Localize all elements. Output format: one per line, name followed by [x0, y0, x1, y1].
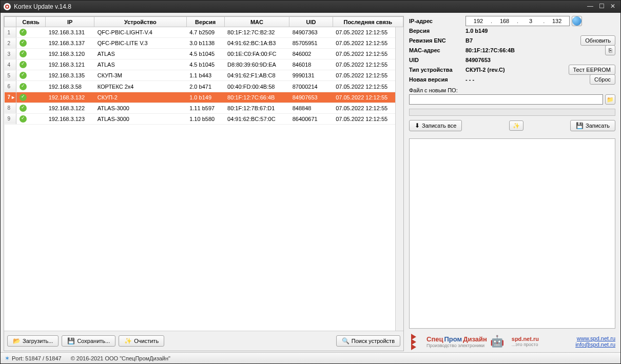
row-number: 6	[5, 81, 16, 92]
close-button[interactable]: ✕	[608, 3, 617, 10]
write-all-button[interactable]: ⬇Записать все	[409, 120, 462, 131]
table-row[interactable]: 4192.168.3.121ATLAS4.5 b1045D8:80:39:60:…	[5, 59, 403, 70]
online-icon	[20, 29, 27, 36]
col-version[interactable]: Версия	[186, 17, 224, 27]
minimize-button[interactable]: —	[586, 3, 595, 10]
label-type: Тип устройства	[409, 67, 465, 73]
reset-button[interactable]: Сброс	[590, 74, 615, 85]
search-icon: 🔍	[342, 337, 350, 345]
table-row[interactable]: 5192.168.3.135СКУП-3М1.1 b44304:91:62:F1…	[5, 70, 403, 81]
val-version: 1.0 b149	[465, 28, 615, 34]
load-button[interactable]: 📂Загрузить...	[7, 335, 59, 347]
device-table[interactable]: Связь IP Устройство Версия MAC UID После…	[4, 16, 403, 125]
table-row[interactable]: 8192.168.3.122ATLAS-30001.11 b59780:1F:1…	[5, 103, 403, 113]
cell-device: ATLAS-3000	[94, 113, 186, 124]
label-version: Версия	[409, 28, 465, 34]
cell-uid: 85705951	[289, 38, 333, 49]
cell-version: 4.5 b1045	[186, 49, 224, 59]
statusbar: ✶Port: 51847 / 51847 © 2016-2021 ООО "Сп…	[1, 352, 620, 363]
test-eeprom-button[interactable]: Тест EEPROM	[569, 65, 616, 75]
cell-conn	[16, 38, 46, 49]
cell-conn	[16, 81, 46, 92]
cell-version: 1.10 b580	[186, 113, 224, 124]
log-output[interactable]	[409, 138, 615, 329]
cell-mac: 04:91:62:BC:1A:B3	[224, 38, 289, 49]
cell-uid: 84907363	[289, 27, 333, 38]
row-number: 9	[5, 113, 16, 124]
cell-uid: 86400671	[289, 113, 333, 124]
val-mac: 80:1F:12:7C:66:4B	[465, 47, 603, 53]
branding: СпецПромДизайн Производство электроники …	[407, 331, 617, 351]
firmware-file-input[interactable]	[409, 94, 603, 105]
cell-mac: D8:80:39:60:9D:EA	[224, 59, 289, 70]
cell-version: 4.5 b1045	[186, 59, 224, 70]
table-row[interactable]: 3192.168.3.120ATLAS4.5 b104500:1E:C0:FA:…	[5, 49, 403, 59]
copy-mac-button[interactable]: ⎘	[605, 45, 615, 55]
cell-version: 2.0 b471	[186, 81, 224, 92]
cell-uid: 84907653	[289, 92, 333, 103]
col-device[interactable]: Устройство	[94, 17, 186, 27]
website-link[interactable]: www.spd.net.ru	[575, 335, 615, 341]
table-row[interactable]: 6192.168.3.58КОРТЕКС 2x42.0 b47100:40:FD…	[5, 81, 403, 92]
val-newver: - - -	[465, 76, 588, 83]
save-button[interactable]: 💾Сохранить...	[62, 335, 115, 347]
col-ip[interactable]: IP	[46, 17, 94, 27]
broom-icon: ✨	[124, 337, 132, 345]
col-last[interactable]: Последняя связь	[333, 17, 403, 27]
online-icon	[20, 94, 27, 101]
cell-mac: 80:1F:12:7C:66:4B	[224, 92, 289, 103]
label-uid: UID	[409, 57, 465, 63]
table-scrollbar[interactable]	[395, 27, 403, 331]
globe-button[interactable]	[572, 16, 582, 26]
email-link[interactable]: info@spd.net.ru	[575, 341, 615, 348]
robot-icon: 🤖	[490, 335, 509, 348]
table-row[interactable]: 1192.168.3.131QFC-PBIC-LIGHT-V.44.7 b250…	[5, 27, 403, 38]
ip-octet-1[interactable]	[466, 18, 491, 24]
val-rev: B7	[465, 37, 578, 44]
maximize-button[interactable]: ☐	[597, 3, 606, 10]
col-uid[interactable]: UID	[289, 17, 333, 27]
cell-conn	[16, 113, 46, 124]
ip-octet-4[interactable]	[545, 18, 569, 24]
cell-conn	[16, 27, 46, 38]
cell-last: 07.05.2022 12:12:55	[333, 49, 403, 59]
row-number: 7 ▸	[5, 92, 16, 103]
search-devices-button[interactable]: 🔍Поиск устройств	[336, 335, 400, 347]
label-mac: MAC-адрес	[409, 47, 465, 53]
download-icon: ⬇	[415, 122, 420, 129]
wand-icon: ✨	[513, 123, 520, 129]
online-icon	[20, 61, 27, 68]
table-row[interactable]: 7 ▸192.168.3.132СКУП-21.0 b14980:1F:12:7…	[5, 92, 403, 103]
cell-version: 3.0 b1138	[186, 38, 224, 49]
cell-last: 07.05.2022 12:12:55	[333, 27, 403, 38]
cell-uid: 846002	[289, 49, 333, 59]
cell-last: 07.05.2022 12:12:55	[333, 92, 403, 103]
disk-icon: 💾	[67, 337, 75, 345]
table-row[interactable]: 2192.168.3.137QFC-PBIC-LITE V.33.0 b1138…	[5, 38, 403, 49]
globe-icon	[572, 16, 581, 26]
col-conn[interactable]: Связь	[16, 17, 46, 27]
cell-uid: 846018	[289, 59, 333, 70]
col-rownum[interactable]	[5, 17, 16, 27]
brand-logo-icon	[409, 333, 423, 350]
clear-button[interactable]: ✨Очистить	[119, 335, 164, 347]
cell-last: 07.05.2022 12:12:55	[333, 113, 403, 124]
app-icon	[4, 3, 11, 10]
cell-ip: 192.168.3.58	[46, 81, 94, 92]
ip-octet-2[interactable]	[492, 18, 517, 24]
write-button[interactable]: 💾Записать	[570, 120, 615, 131]
refresh-button[interactable]: Обновить	[580, 35, 615, 46]
cell-version: 1.0 b149	[186, 92, 224, 103]
wand-button[interactable]: ✨	[509, 120, 523, 131]
cell-ip: 192.168.3.120	[46, 49, 94, 59]
cell-version: 1.11 b597	[186, 103, 224, 113]
ip-octet-3[interactable]	[518, 18, 543, 24]
cell-conn	[16, 92, 46, 103]
online-icon	[20, 50, 27, 57]
table-row[interactable]: 9192.168.3.123ATLAS-30001.10 b58004:91:6…	[5, 113, 403, 124]
browse-file-button[interactable]: 📁	[605, 94, 615, 105]
ip-input[interactable]: . . .	[465, 16, 570, 26]
col-mac[interactable]: MAC	[224, 17, 289, 27]
row-number: 3	[5, 49, 16, 59]
cell-version: 4.7 b2509	[186, 27, 224, 38]
